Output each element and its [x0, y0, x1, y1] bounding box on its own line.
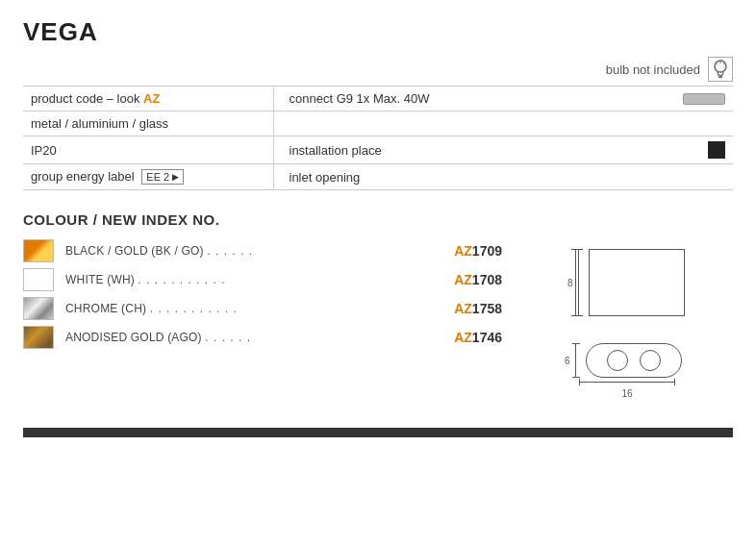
spec-row-4: group energy label EE 2 ▶ inlet opening	[23, 164, 733, 190]
chevron-icon: ▶	[172, 172, 179, 182]
colour-list: BLACK / GOLD (BK / GO) . . . . . . AZ170…	[23, 239, 502, 349]
diagram-oval-row: 6	[572, 343, 682, 378]
diagram-rect	[589, 249, 685, 316]
colour-code-4: AZ1746	[454, 330, 502, 345]
dim-label-width: 16	[621, 388, 632, 399]
colour-section: COLOUR / NEW INDEX NO. BLACK / GOLD (BK …	[23, 211, 733, 399]
colour-code-1: AZ1709	[454, 243, 502, 259]
list-item: CHROME (CH) . . . . . . . . . . . AZ1758	[23, 297, 502, 320]
energy-label: EE 2	[146, 171, 169, 183]
energy-badge: EE 2 ▶	[141, 169, 184, 185]
dim-v-line-top: 8	[575, 249, 583, 316]
code-highlight: AZ	[143, 91, 160, 106]
diagram-bottom: 6 16	[572, 343, 682, 399]
colour-list-section: BLACK / GOLD (BK / GO) . . . . . . AZ170…	[23, 239, 502, 399]
bottom-bar	[23, 428, 733, 437]
diagram-section: 8 6	[521, 239, 733, 399]
bulb-row: bulb not included	[23, 57, 733, 82]
colour-name-4: ANODISED GOLD (AGO) . . . . . .	[65, 331, 442, 344]
spec-row-2: metal / aluminium / glass	[23, 111, 733, 136]
swatch-chrome	[23, 297, 54, 320]
colour-code-2: AZ1708	[454, 272, 502, 287]
main-content: BLACK / GOLD (BK / GO) . . . . . . AZ170…	[23, 239, 733, 399]
specs-table: product code – look AZ connect G9 1x Max…	[23, 86, 733, 190]
connect-icon	[683, 93, 725, 105]
spec-right-4: inlet opening	[273, 164, 733, 190]
spec-left-2: metal / aluminium / glass	[23, 111, 273, 136]
colour-name-2: WHITE (WH) . . . . . . . . . . .	[65, 273, 442, 286]
colour-name-3: CHROME (CH) . . . . . . . . . . .	[65, 302, 442, 315]
diagram-oval	[586, 343, 682, 378]
spec-right-1: connect G9 1x Max. 40W	[273, 87, 733, 111]
dim-label-height-top: 8	[567, 278, 573, 288]
oval-circle-2	[640, 350, 661, 371]
page: VEGA bulb not included product code – lo…	[0, 0, 756, 447]
dim-label-height-bottom: 6	[565, 356, 570, 366]
bulb-icon	[708, 57, 733, 82]
spec-left-3: IP20	[23, 136, 273, 164]
product-title: VEGA	[23, 17, 733, 47]
swatch-anodised-gold	[23, 326, 54, 349]
colour-title: COLOUR / NEW INDEX NO.	[23, 211, 733, 228]
installation-icon	[708, 141, 725, 159]
spec-row-1: product code – look AZ connect G9 1x Max…	[23, 87, 733, 111]
colour-code-3: AZ1758	[454, 301, 502, 316]
dim-width-line	[579, 382, 675, 383]
spec-row-3: IP20 installation place	[23, 136, 733, 164]
colour-name-1: BLACK / GOLD (BK / GO) . . . . . .	[65, 244, 442, 258]
list-item: ANODISED GOLD (AGO) . . . . . . AZ1746	[23, 326, 502, 349]
svg-line-4	[723, 63, 725, 65]
svg-line-5	[717, 63, 718, 65]
list-item: BLACK / GOLD (BK / GO) . . . . . . AZ170…	[23, 239, 502, 262]
bulb-text: bulb not included	[606, 62, 700, 77]
swatch-black-gold	[23, 239, 54, 262]
swatch-white	[23, 268, 54, 291]
spec-right-2	[273, 111, 733, 136]
diagram-top: 8	[569, 249, 685, 316]
oval-circle-1	[607, 350, 628, 371]
list-item: WHITE (WH) . . . . . . . . . . . AZ1708	[23, 268, 502, 291]
spec-left-1: product code – look AZ	[23, 87, 273, 111]
spec-right-3: installation place	[273, 136, 733, 164]
spec-left-4: group energy label EE 2 ▶	[23, 164, 273, 190]
dim-v-line-bottom: 6	[572, 343, 580, 378]
